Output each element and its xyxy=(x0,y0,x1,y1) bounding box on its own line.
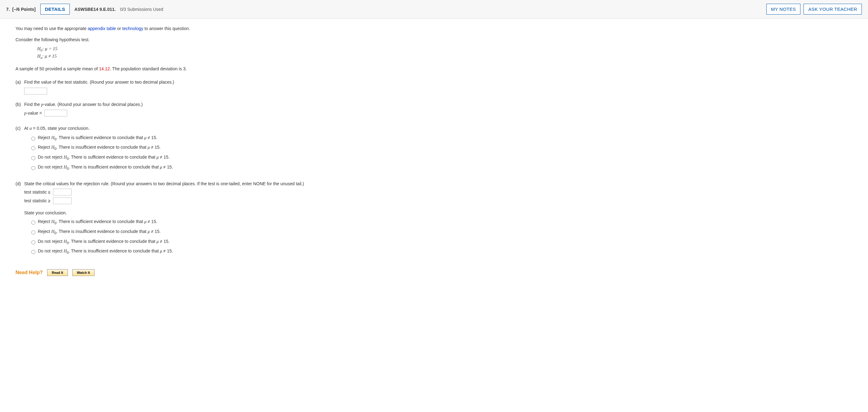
need-help-row: Need Help? Read It Watch It xyxy=(16,269,856,276)
part-c-radio-4[interactable] xyxy=(31,166,35,170)
book-reference: ASWSBE14 9.E.011. xyxy=(74,7,116,12)
part-a: (a) Find the value of the test statistic… xyxy=(16,79,856,95)
part-a-label: (a) xyxy=(16,79,24,95)
part-d-label: (d) xyxy=(16,181,24,258)
submissions-used: 0/3 Submissions Used xyxy=(120,7,163,12)
part-c-text: At α = 0.05, state your conclusion. xyxy=(24,125,856,132)
test-stat-le-label: test statistic ≤ xyxy=(24,189,51,195)
part-c: (c) At α = 0.05, state your conclusion. … xyxy=(16,125,856,173)
part-c-radio-2[interactable] xyxy=(31,146,35,150)
part-d-text: State the critical values for the reject… xyxy=(24,181,856,187)
critical-value-upper-input[interactable] xyxy=(53,197,72,204)
p-value-label: p-value = xyxy=(24,110,42,116)
appendix-table-link[interactable]: appendix table xyxy=(88,26,116,31)
part-c-radio-1[interactable] xyxy=(31,137,35,141)
part-c-option-3: Do not reject H0. There is sufficient ev… xyxy=(30,154,856,161)
part-d-state-conclusion: State your conclusion. xyxy=(24,210,856,216)
question-header: 7. [–/6 Points] DETAILS ASWSBE14 9.E.011… xyxy=(0,0,868,19)
part-d-option-2: Reject H0. There is insufficient evidenc… xyxy=(30,228,856,236)
consider-text: Consider the following hypothesis test. xyxy=(16,37,856,43)
part-c-option-2: Reject H0. There is insufficient evidenc… xyxy=(30,144,856,151)
null-hypothesis: H0: μ = 15 xyxy=(37,45,856,53)
question-content: You may need to use the appropriate appe… xyxy=(0,19,868,284)
part-c-option-1: Reject H0. There is sufficient evidence … xyxy=(30,134,856,142)
part-b: (b) Find the p-value. (Round your answer… xyxy=(16,101,856,118)
part-d: (d) State the critical values for the re… xyxy=(16,181,856,258)
part-d-radio-2[interactable] xyxy=(31,231,35,235)
sample-text: A sample of 50 provided a sample mean of… xyxy=(16,66,856,72)
part-a-text: Find the value of the test statistic. (R… xyxy=(24,79,856,85)
details-button[interactable]: DETAILS xyxy=(40,4,70,14)
critical-value-lower-input[interactable] xyxy=(53,188,72,196)
part-b-label: (b) xyxy=(16,101,24,118)
technology-link[interactable]: technology xyxy=(122,26,143,31)
part-d-option-3: Do not reject H0. There is sufficient ev… xyxy=(30,238,856,246)
ask-teacher-button[interactable]: ASK YOUR TEACHER xyxy=(804,4,862,14)
intro-text: You may need to use the appropriate appe… xyxy=(16,25,856,32)
part-d-radio-1[interactable] xyxy=(31,220,35,225)
alt-hypothesis: Ha: μ ≠ 15 xyxy=(37,53,856,60)
part-d-option-4: Do not reject H0. There is insufficient … xyxy=(30,248,856,255)
part-c-label: (c) xyxy=(16,125,24,173)
my-notes-button[interactable]: MY NOTES xyxy=(766,4,800,14)
part-c-radio-3[interactable] xyxy=(31,156,35,160)
question-number: 7. [–/6 Points] xyxy=(6,7,36,12)
test-statistic-input[interactable] xyxy=(24,88,47,95)
part-b-text: Find the p-value. (Round your answer to … xyxy=(24,101,856,108)
watch-it-button[interactable]: Watch It xyxy=(72,269,95,276)
part-d-option-1: Reject H0. There is sufficient evidence … xyxy=(30,218,856,226)
part-d-radio-4[interactable] xyxy=(31,250,35,254)
sample-mean-value: 14.12 xyxy=(99,66,110,71)
test-stat-ge-label: test statistic ≥ xyxy=(24,198,51,204)
hypotheses: H0: μ = 15 Ha: μ ≠ 15 xyxy=(37,45,856,60)
read-it-button[interactable]: Read It xyxy=(47,269,68,276)
p-value-input[interactable] xyxy=(44,110,67,116)
part-d-radio-3[interactable] xyxy=(31,240,35,244)
need-help-label: Need Help? xyxy=(16,269,43,276)
part-c-option-4: Do not reject H0. There is insufficient … xyxy=(30,164,856,171)
